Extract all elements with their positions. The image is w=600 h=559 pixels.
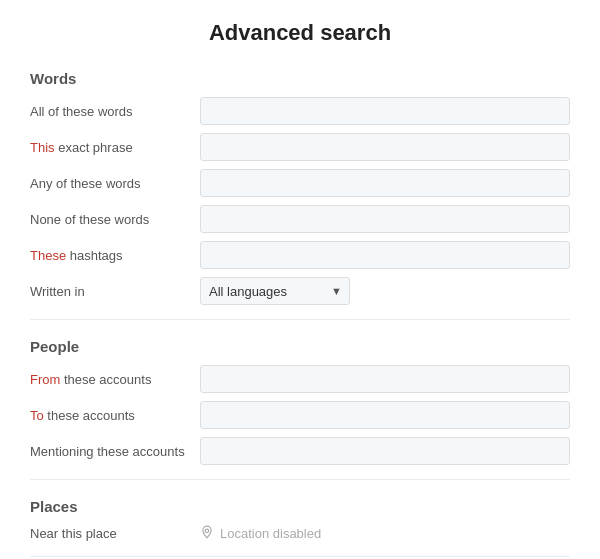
- to-accounts-input[interactable]: [200, 401, 570, 429]
- any-words-label: Any of these words: [30, 176, 200, 191]
- these-highlight: These: [30, 248, 66, 263]
- this-highlight: This: [30, 140, 55, 155]
- written-in-row: Written in All languages English Spanish…: [30, 277, 570, 305]
- places-heading: Places: [30, 498, 570, 515]
- places-section: Places Near this place Location disabled: [30, 498, 570, 542]
- location-icon: [200, 525, 214, 542]
- hashtags-input[interactable]: [200, 241, 570, 269]
- mentioning-accounts-label: Mentioning these accounts: [30, 444, 200, 459]
- any-words-row: Any of these words: [30, 169, 570, 197]
- exact-phrase-label: This exact phrase: [30, 140, 200, 155]
- language-select[interactable]: All languages English Spanish French Ger…: [200, 277, 350, 305]
- all-words-input[interactable]: [200, 97, 570, 125]
- language-select-wrapper: All languages English Spanish French Ger…: [200, 277, 350, 305]
- words-heading: Words: [30, 70, 570, 87]
- to-highlight: To: [30, 408, 44, 423]
- none-words-row: None of these words: [30, 205, 570, 233]
- from-accounts-label: From these accounts: [30, 372, 200, 387]
- people-heading: People: [30, 338, 570, 355]
- hashtags-label: These hashtags: [30, 248, 200, 263]
- from-highlight: From: [30, 372, 60, 387]
- written-in-label: Written in: [30, 284, 200, 299]
- near-place-row: Near this place Location disabled: [30, 525, 570, 542]
- none-words-label: None of these words: [30, 212, 200, 227]
- from-accounts-input[interactable]: [200, 365, 570, 393]
- to-accounts-label: To these accounts: [30, 408, 200, 423]
- hashtags-row: These hashtags: [30, 241, 570, 269]
- near-place-label: Near this place: [30, 526, 200, 541]
- exact-phrase-row: This exact phrase: [30, 133, 570, 161]
- people-section: People From these accounts To these acco…: [30, 338, 570, 465]
- any-words-input[interactable]: [200, 169, 570, 197]
- exact-phrase-input[interactable]: [200, 133, 570, 161]
- words-section: Words All of these words This exact phra…: [30, 70, 570, 305]
- svg-point-0: [205, 529, 209, 533]
- none-words-input[interactable]: [200, 205, 570, 233]
- mentioning-accounts-input[interactable]: [200, 437, 570, 465]
- places-divider: [30, 556, 570, 557]
- all-words-label: All of these words: [30, 104, 200, 119]
- words-divider: [30, 319, 570, 320]
- page-title: Advanced search: [30, 20, 570, 46]
- mentioning-accounts-row: Mentioning these accounts: [30, 437, 570, 465]
- people-divider: [30, 479, 570, 480]
- location-disabled-text: Location disabled: [220, 526, 321, 541]
- from-accounts-row: From these accounts: [30, 365, 570, 393]
- to-accounts-row: To these accounts: [30, 401, 570, 429]
- all-words-row: All of these words: [30, 97, 570, 125]
